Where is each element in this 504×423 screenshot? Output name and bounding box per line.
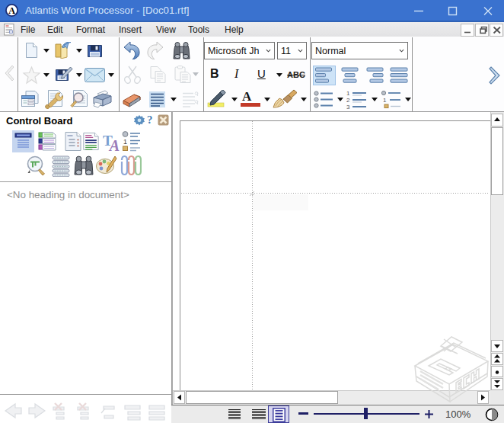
svg-text:3: 3 xyxy=(346,104,350,109)
svg-text:A: A xyxy=(108,137,120,152)
svg-text:2: 2 xyxy=(346,97,350,104)
svg-text:A: A xyxy=(8,5,15,16)
svg-text:1: 1 xyxy=(346,90,350,97)
svg-text:1: 1 xyxy=(123,138,127,146)
svg-text:1: 1 xyxy=(383,97,387,104)
